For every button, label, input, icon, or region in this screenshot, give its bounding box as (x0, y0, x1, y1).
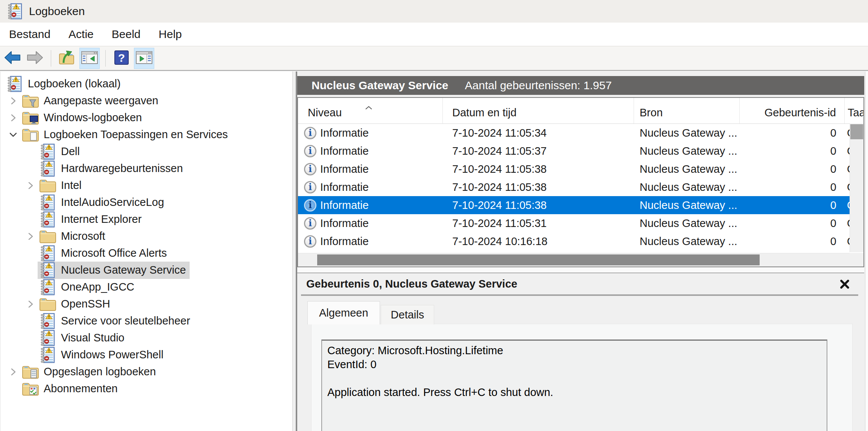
toolbar-separator (51, 50, 51, 67)
event-id-cell: 0 (740, 163, 845, 175)
tree-item-internet-explorer[interactable]: Internet Explorer (1, 211, 292, 228)
event-row[interactable]: iInformatie7-10-2024 11:05:38Nucleus Gat… (298, 196, 863, 214)
event-row[interactable]: iInformatie7-10-2024 11:05:38Nucleus Gat… (298, 178, 863, 196)
chevron-down-icon[interactable] (6, 131, 20, 139)
help-button[interactable]: ? (111, 48, 132, 69)
chevron-right-icon[interactable] (23, 231, 38, 242)
back-button[interactable] (2, 48, 23, 69)
tree-item-microsoft[interactable]: Microsoft (1, 228, 292, 245)
column-header-label: Taakcategorie (848, 107, 863, 119)
tree-item-label: Intel (61, 179, 82, 192)
results-header: Nucleus Gateway Service Aantal gebeurten… (297, 76, 864, 95)
preview-divider (301, 294, 858, 296)
event-level-cell: iInformatie (298, 145, 443, 157)
event-row[interactable]: iInformatie7-10-2024 11:05:38Nucleus Gat… (298, 160, 863, 178)
horizontal-scrollbar[interactable] (298, 253, 850, 267)
tree-item-openssh[interactable]: OpenSSH (1, 295, 292, 312)
event-datetime-cell: 7-10-2024 11:05:34 (443, 127, 634, 139)
forward-button[interactable] (25, 48, 45, 69)
column-header-gebeurtenis-id[interactable]: Gebeurtenis-id (740, 98, 845, 123)
column-header-datum-en-tijd[interactable]: Datum en tijd (443, 98, 634, 123)
tree-item-opgeslagen-logboeken[interactable]: Opgeslagen logboeken (1, 363, 292, 380)
event-task-category-cell: Geen (845, 217, 850, 230)
close-icon (839, 278, 851, 290)
tab-details[interactable]: Details (381, 305, 435, 324)
tree-item-intelaudioservicelog[interactable]: IntelAudioServiceLog (1, 194, 292, 211)
close-preview-button[interactable] (839, 278, 851, 290)
tree-item-label: OpenSSH (61, 298, 110, 310)
vertical-scrollbar-thumb[interactable] (850, 124, 863, 139)
tree-item-service-voor-sleutelbeheer[interactable]: Service voor sleutelbeheer (1, 312, 292, 329)
results-event-count: Aantal gebeurtenissen: 1.957 (465, 79, 612, 92)
tree-item-logboeken-lokaal[interactable]: Logboeken (lokaal) (1, 75, 292, 92)
menu-item-help[interactable]: Help (150, 23, 191, 46)
column-header-bron[interactable]: Bron (634, 98, 740, 123)
tree-item-hardwaregebeurtenissen[interactable]: Hardwaregebeurtenissen (1, 160, 292, 177)
tree-item-box: Logboeken Toepassingen en Services (20, 126, 232, 143)
tree-item-microsoft-office-alerts[interactable]: Microsoft Office Alerts (1, 245, 292, 262)
tree-item-box: Internet Explorer (38, 211, 145, 228)
menu-item-bestand[interactable]: Bestand (0, 23, 59, 46)
event-row[interactable]: iInformatie7-10-2024 11:05:37Nucleus Gat… (298, 142, 863, 160)
tree-item-label: Microsoft (61, 230, 105, 242)
tree-item-label: OneApp_IGCC (61, 281, 134, 293)
tree-item-oneapp-igcc[interactable]: OneApp_IGCC (1, 279, 292, 295)
tree-item-box: IntelAudioServiceLog (38, 194, 168, 211)
information-icon: i (304, 217, 316, 230)
tree-item-nucleus-gateway-service[interactable]: Nucleus Gateway Service (1, 262, 292, 279)
toolbar-separator (105, 50, 106, 67)
vertical-scrollbar[interactable] (850, 123, 863, 252)
pane-gap (297, 267, 864, 273)
event-row[interactable]: iInformatie7-10-2024 10:16:18Nucleus Gat… (298, 232, 863, 250)
tree-item-abonnementen[interactable]: Abonnementen (1, 380, 292, 397)
chevron-right-icon[interactable] (23, 180, 38, 191)
tree-item-intel[interactable]: Intel (1, 177, 292, 194)
folder-icon (39, 177, 56, 194)
show-console-tree-button[interactable] (79, 48, 100, 69)
menu-item-actie[interactable]: Actie (59, 23, 103, 46)
tree-item-logboeken-toepassingen-en-services[interactable]: Logboeken Toepassingen en Services (1, 126, 292, 143)
event-level-cell: iInformatie (298, 217, 443, 230)
tree-item-dell[interactable]: Dell (1, 143, 292, 160)
event-id-cell: 0 (740, 235, 845, 248)
horizontal-scrollbar-thumb[interactable] (317, 254, 760, 265)
tree-item-label: Opgeslagen logboeken (44, 366, 156, 378)
chevron-right-icon[interactable] (6, 113, 20, 123)
event-id-cell: 0 (740, 199, 845, 212)
export-button[interactable] (57, 48, 77, 69)
tree-item-label: Nucleus Gateway Service (61, 264, 186, 276)
event-level-label: Informatie (320, 217, 369, 230)
log-icon (39, 279, 56, 295)
event-row[interactable]: iInformatie7-10-2024 11:05:31Nucleus Gat… (298, 214, 863, 232)
tree-item-label: Logboeken Toepassingen en Services (44, 128, 228, 141)
svg-text:?: ? (118, 52, 125, 64)
event-task-category-cell: Geen (845, 181, 850, 193)
column-header-niveau[interactable]: Niveau (298, 98, 443, 123)
show-action-pane-button[interactable] (134, 48, 154, 69)
event-description-line (327, 372, 821, 385)
event-source-cell: Nucleus Gateway ... (634, 127, 740, 139)
column-header-taakcategorie[interactable]: Taakcategorie (845, 98, 863, 123)
chevron-right-icon[interactable] (23, 299, 38, 309)
event-source-cell: Nucleus Gateway ... (634, 217, 740, 230)
event-task-category-cell: Geen (845, 235, 850, 248)
event-level-label: Informatie (320, 163, 369, 175)
event-datetime-cell: 7-10-2024 11:05:37 (443, 145, 634, 157)
tree-item-label: Microsoft Office Alerts (61, 247, 167, 259)
log-icon (39, 330, 56, 346)
event-row[interactable]: iInformatie7-10-2024 11:05:34Nucleus Gat… (298, 124, 863, 142)
console-tree: Logboeken (lokaal)Aangepaste weergavenWi… (1, 72, 293, 431)
event-datetime-cell: 7-10-2024 11:05:38 (443, 181, 634, 193)
chevron-right-icon[interactable] (6, 96, 20, 106)
tree-item-windows-powershell[interactable]: Windows PowerShell (1, 346, 292, 363)
log-icon (39, 160, 56, 177)
event-row-partial[interactable]: i (298, 250, 863, 253)
console-tree-icon (81, 50, 98, 66)
tab-algemeen[interactable]: Algemeen (307, 301, 380, 324)
tree-item-visual-studio[interactable]: Visual Studio (1, 329, 292, 346)
tree-item-windows-logboeken[interactable]: Windows-logboeken (1, 109, 292, 126)
chevron-right-icon[interactable] (6, 367, 20, 377)
tree-item-aangepaste-weergaven[interactable]: Aangepaste weergaven (1, 92, 292, 109)
sort-ascending-icon (364, 100, 373, 113)
menu-item-beeld[interactable]: Beeld (103, 23, 150, 46)
